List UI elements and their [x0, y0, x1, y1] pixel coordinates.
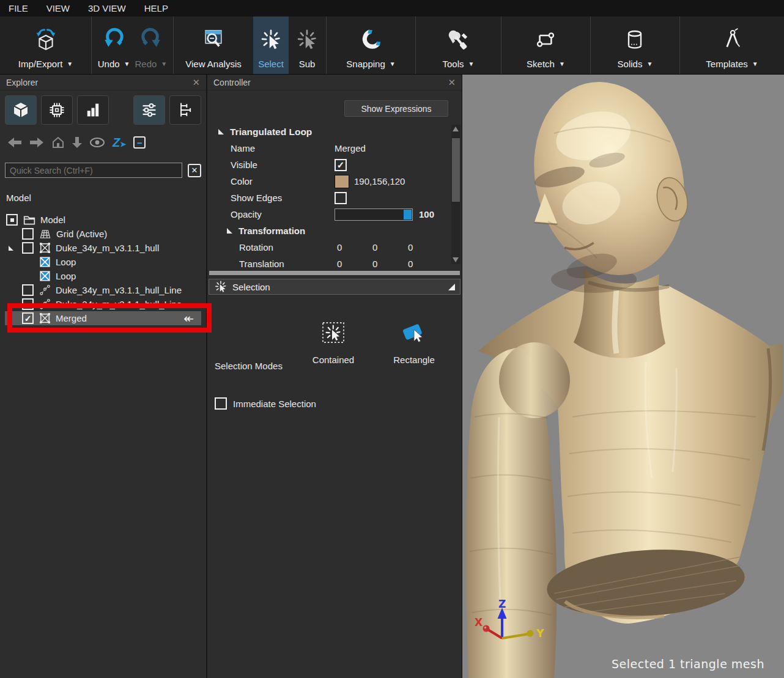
simulation-view-button[interactable]: [41, 95, 73, 125]
rotation-z[interactable]: 0: [405, 242, 441, 252]
selection-modes-label: Selection Modes: [215, 361, 283, 371]
scrollbar-thumb[interactable]: [209, 271, 460, 275]
solids-button[interactable]: Solids▼: [615, 17, 656, 74]
viewport-3d[interactable]: Z X Y Selected 1 triangle mesh: [462, 75, 784, 678]
contained-mode-button[interactable]: Contained: [297, 320, 370, 365]
menu-view[interactable]: VIEW: [46, 3, 70, 13]
explorer-panel: Explorer ✕: [0, 75, 207, 678]
snapping-button[interactable]: Snapping▼: [344, 17, 398, 74]
mesh-bust-3d[interactable]: [462, 75, 783, 678]
tree-row-grid[interactable]: Grid (Active): [5, 227, 201, 241]
selection-section-body: Selection Modes Contained: [207, 295, 462, 678]
clear-search-button[interactable]: ✕: [188, 164, 201, 177]
opacity-slider[interactable]: [335, 208, 413, 221]
menu-file[interactable]: FILE: [9, 3, 28, 13]
opacity-property-row: Opacity 100: [215, 206, 462, 223]
view-analysis-button[interactable]: View Analysis: [174, 17, 253, 74]
hierarchy-icon: [176, 101, 194, 119]
imp-export-button[interactable]: Imp/Export▼: [16, 17, 75, 74]
forward-arrow-icon[interactable]: [29, 137, 44, 148]
show-edges-checkbox[interactable]: [335, 192, 347, 204]
rotation-x[interactable]: 0: [335, 242, 370, 252]
color-swatch[interactable]: [335, 175, 349, 188]
cylinder-icon: [622, 20, 648, 59]
color-property-row: Color 190,156,120: [215, 173, 462, 190]
name-value[interactable]: Merged: [335, 143, 366, 153]
scroll-to-icon[interactable]: ↞: [183, 312, 194, 325]
z-order-icon[interactable]: Z➤: [113, 136, 126, 149]
translation-z[interactable]: 0: [405, 259, 441, 269]
dropdown-icon[interactable]: ▼: [124, 61, 130, 67]
dropdown-icon[interactable]: ▼: [559, 61, 565, 67]
select-label: Select: [258, 59, 284, 69]
rotation-property-row: Rotation 0 0 0: [215, 239, 462, 256]
tree-row-hull-line1[interactable]: Duke_34y_m_v3.1.1_hull_Line: [5, 283, 201, 297]
checkbox-unchecked[interactable]: [22, 228, 34, 240]
slider-handle[interactable]: [404, 210, 412, 219]
checkbox-partial[interactable]: [6, 214, 18, 226]
dropdown-icon[interactable]: ▼: [468, 61, 475, 67]
visible-checkbox[interactable]: ✓: [335, 159, 347, 171]
close-icon[interactable]: ✕: [448, 77, 456, 88]
rectangle-mode-button[interactable]: Rectangle: [377, 320, 451, 365]
search-input[interactable]: [5, 163, 182, 178]
dropdown-icon[interactable]: ▼: [67, 61, 73, 67]
properties-view-button[interactable]: [133, 95, 165, 125]
checkbox-checked[interactable]: ✓: [22, 312, 34, 324]
triangulated-loop-section[interactable]: Triangulated Loop: [215, 123, 462, 140]
explorer-title: Explorer: [6, 78, 38, 87]
model-section-label: Model: [6, 193, 201, 203]
collapse-corner-icon[interactable]: [448, 284, 455, 290]
tree-row-hull[interactable]: Duke_34y_m_v3.1.1_hull: [5, 241, 201, 255]
checkbox-unchecked[interactable]: [22, 242, 34, 254]
scrollbar-thumb[interactable]: [452, 138, 460, 202]
redo-button[interactable]: Redo▼: [133, 17, 170, 74]
hierarchy-view-button[interactable]: [169, 95, 201, 125]
tree-row-loop1[interactable]: Loop: [5, 255, 201, 269]
immediate-selection-checkbox[interactable]: [215, 397, 227, 410]
select-button[interactable]: Select: [253, 17, 289, 74]
sketch-button[interactable]: Sketch▼: [524, 17, 568, 74]
menu-3d-view[interactable]: 3D VIEW: [88, 3, 126, 13]
tools-button[interactable]: Tools▼: [440, 17, 477, 74]
section-expand-icon[interactable]: [218, 129, 224, 134]
redo-label: Redo: [135, 59, 157, 69]
collapse-all-icon[interactable]: −: [133, 136, 146, 149]
expander-icon[interactable]: [9, 246, 13, 251]
tree-row-merged[interactable]: ✓ Merged ↞: [5, 311, 201, 325]
dropdown-icon[interactable]: ▼: [390, 61, 396, 67]
rotation-y[interactable]: 0: [370, 242, 405, 252]
close-icon[interactable]: ✕: [192, 77, 200, 88]
templates-button[interactable]: Templates▼: [703, 17, 760, 74]
sub-select-button[interactable]: Sub: [289, 17, 325, 74]
tree-row-model[interactable]: Model: [5, 213, 201, 227]
tree-row-loop2[interactable]: Loop: [5, 269, 201, 283]
horizontal-scrollbar[interactable]: [209, 270, 460, 276]
menu-help[interactable]: HELP: [144, 3, 168, 13]
scroll-down-icon[interactable]: [453, 257, 459, 262]
analysis-view-button[interactable]: [77, 95, 109, 125]
section-expand-icon[interactable]: [227, 228, 232, 234]
translation-y[interactable]: 0: [370, 259, 405, 269]
show-expressions-button[interactable]: Show Expressions: [344, 100, 448, 117]
model-view-button[interactable]: [5, 95, 37, 125]
properties-area: Show Expressions Triangulated Loop Name …: [207, 90, 462, 269]
undo-button[interactable]: Undo▼: [95, 17, 133, 74]
scroll-up-icon[interactable]: [453, 127, 459, 131]
checkbox-unchecked[interactable]: [22, 284, 34, 296]
dropdown-icon[interactable]: ▼: [646, 61, 653, 67]
checkbox-unchecked[interactable]: [22, 298, 34, 310]
mesh-blue-icon: [39, 270, 51, 282]
selection-section-header[interactable]: Selection: [209, 279, 460, 295]
transformation-section[interactable]: Transformation: [215, 223, 462, 239]
tree-label: Model: [40, 215, 65, 225]
eye-icon[interactable]: [89, 137, 105, 148]
tree-row-hull-line2[interactable]: Duke_34y_m_v3.1.1_hull_Line: [5, 297, 201, 311]
vertical-scrollbar[interactable]: [451, 125, 460, 264]
dropdown-icon[interactable]: ▼: [752, 61, 758, 67]
back-arrow-icon[interactable]: [7, 137, 22, 148]
home-icon[interactable]: [51, 136, 65, 149]
translation-x[interactable]: 0: [335, 259, 370, 269]
sketch-icon: [533, 20, 558, 59]
down-arrow-icon[interactable]: [72, 136, 82, 149]
